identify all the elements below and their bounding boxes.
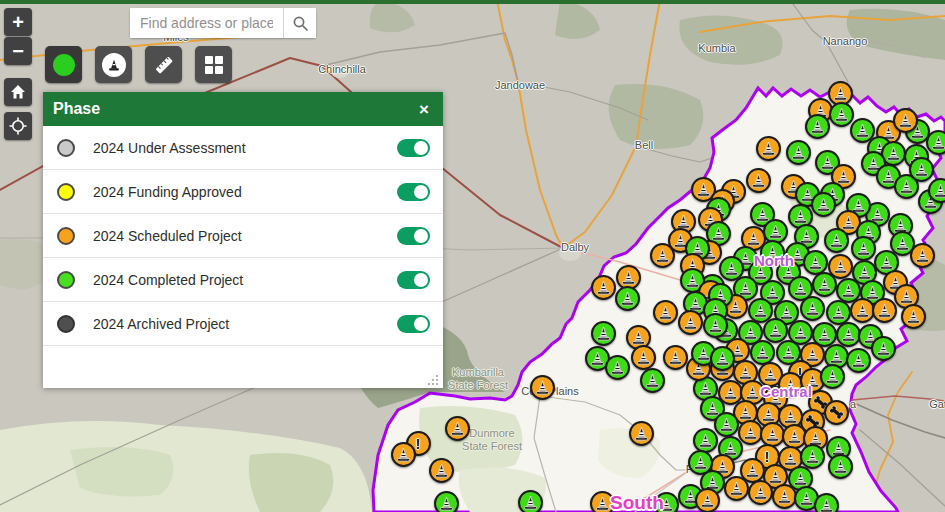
project-marker-green-cone[interactable] — [824, 228, 849, 253]
project-marker-green-cone[interactable] — [800, 296, 825, 321]
project-marker-orange-cone[interactable] — [760, 422, 785, 447]
panel-resize-grip[interactable] — [427, 372, 439, 384]
project-marker-green-cone[interactable] — [836, 322, 861, 347]
toggle-archived[interactable] — [397, 315, 430, 333]
cone-icon — [913, 161, 930, 178]
cone-icon — [804, 300, 821, 317]
project-marker-green-cone[interactable] — [928, 178, 945, 203]
measure-button[interactable] — [145, 46, 182, 83]
search-button[interactable] — [283, 8, 316, 38]
project-marker-orange-cone[interactable] — [591, 275, 616, 300]
phase-label: 2024 Archived Project — [93, 316, 397, 332]
project-marker-orange-cone[interactable] — [893, 108, 918, 133]
project-marker-green-cone[interactable] — [786, 140, 811, 165]
phase-label: 2024 Under Assessment — [93, 140, 397, 156]
cone-icon — [449, 420, 466, 437]
cone-icon — [742, 424, 759, 441]
cone-icon — [707, 317, 724, 334]
project-marker-green-cone[interactable] — [591, 321, 616, 346]
project-marker-green-cone[interactable] — [926, 130, 945, 155]
project-marker-orange-cone[interactable] — [653, 300, 678, 325]
project-marker-green-cone[interactable] — [703, 313, 728, 338]
project-marker-orange-cone[interactable] — [530, 375, 555, 400]
cone-icon — [737, 404, 754, 421]
project-marker-green-cone[interactable] — [693, 428, 718, 453]
project-marker-green-cone[interactable] — [826, 300, 851, 325]
project-marker-orange-cone[interactable] — [738, 420, 763, 445]
cone-icon — [589, 350, 606, 367]
project-marker-green-cone[interactable] — [828, 454, 853, 479]
project-marker-green-cone[interactable] — [851, 236, 876, 261]
project-marker-green-cone[interactable] — [846, 348, 871, 373]
project-marker-orange-cone[interactable] — [756, 136, 781, 161]
phase-row-under-assessment: 2024 Under Assessment — [43, 126, 443, 170]
cone-icon — [798, 490, 815, 507]
project-marker-green-cone[interactable] — [518, 490, 543, 512]
project-marker-orange-cone[interactable] — [748, 480, 773, 505]
phase-row-scheduled: 2024 Scheduled Project — [43, 214, 443, 258]
search-input[interactable] — [130, 8, 283, 38]
project-marker-orange-cone[interactable] — [850, 298, 875, 323]
close-icon[interactable]: × — [415, 101, 433, 118]
project-marker-green-cone[interactable] — [871, 336, 896, 361]
basemap-gallery-button[interactable] — [195, 46, 232, 83]
zoom-in-button[interactable]: + — [4, 8, 32, 36]
project-marker-orange-cone[interactable] — [429, 458, 454, 483]
toggle-completed[interactable] — [397, 271, 430, 289]
phase-row-funding-approved: 2024 Funding Approved — [43, 170, 443, 214]
cone-icon — [654, 247, 671, 264]
project-marker-green-cone[interactable] — [434, 491, 459, 512]
project-marker-green-cone[interactable] — [829, 102, 854, 127]
project-marker-orange-cone[interactable] — [631, 345, 656, 370]
project-marker-orange-cone[interactable] — [590, 491, 615, 512]
home-button[interactable] — [4, 78, 32, 106]
phase-panel-header[interactable]: Phase × — [43, 92, 443, 126]
project-marker-green-cone[interactable] — [615, 286, 640, 311]
project-marker-orange-cone[interactable] — [772, 484, 797, 509]
project-marker-green-cone[interactable] — [714, 412, 739, 437]
toggle-under-assessment[interactable] — [397, 139, 430, 157]
toggle-funding-approved[interactable] — [397, 183, 430, 201]
legend-tool-button[interactable] — [45, 46, 82, 83]
project-marker-green-cone[interactable] — [803, 250, 828, 275]
project-marker-green-cone[interactable] — [812, 272, 837, 297]
project-marker-green-cone[interactable] — [811, 192, 836, 217]
cone-icon — [854, 302, 871, 319]
project-marker-green-cone[interactable] — [710, 346, 735, 371]
project-marker-green-cone[interactable] — [605, 355, 630, 380]
project-marker-orange-cone[interactable] — [663, 345, 688, 370]
cone-icon — [780, 344, 797, 361]
cone-icon — [876, 302, 893, 319]
project-marker-orange-cone[interactable] — [724, 476, 749, 501]
project-marker-green-cone[interactable] — [750, 340, 775, 365]
cone-icon — [830, 304, 847, 321]
project-marker-green-cone[interactable] — [814, 493, 839, 512]
cone-icon — [695, 181, 712, 198]
project-marker-orange-cone[interactable] — [872, 298, 897, 323]
project-marker-orange-cone[interactable] — [910, 243, 935, 268]
project-marker-orange-cone[interactable] — [695, 488, 720, 512]
zoom-out-button[interactable]: − — [4, 37, 32, 65]
project-marker-orange-cone[interactable] — [901, 304, 926, 329]
toggle-scheduled[interactable] — [397, 227, 430, 245]
project-marker-green-cone[interactable] — [654, 492, 679, 512]
project-marker-green-cone[interactable] — [909, 157, 934, 182]
locate-button[interactable] — [4, 112, 32, 140]
project-marker-orange-cone[interactable] — [445, 416, 470, 441]
cone-icon — [782, 408, 799, 425]
toggle-knob — [414, 273, 428, 287]
project-marker-green-cone[interactable] — [640, 368, 665, 393]
project-marker-green-cone[interactable] — [820, 364, 845, 389]
cone-icon — [832, 458, 849, 475]
project-marker-green-cone[interactable] — [800, 444, 825, 469]
cone-icon — [595, 325, 612, 342]
project-marker-orange-cone[interactable] — [391, 442, 416, 467]
cone-icon — [722, 384, 739, 401]
project-marker-orange-cone[interactable] — [629, 421, 654, 446]
project-marker-green-cone[interactable] — [805, 114, 830, 139]
project-marker-orange-cone[interactable] — [678, 310, 703, 335]
phase-layers-button[interactable] — [95, 46, 132, 83]
project-marker-orange-cone[interactable] — [746, 168, 771, 193]
project-marker-green-cone[interactable] — [763, 318, 788, 343]
project-marker-orange-bone[interactable] — [824, 400, 849, 425]
